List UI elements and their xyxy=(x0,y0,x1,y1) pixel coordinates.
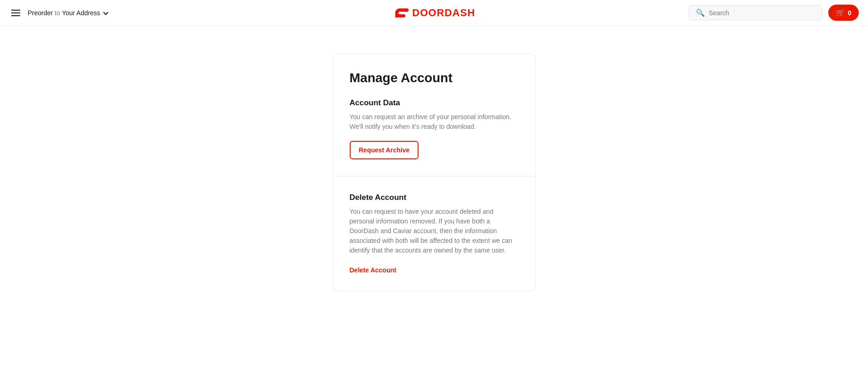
preorder-address-selector[interactable]: Preorder to Your Address xyxy=(28,9,108,17)
account-data-heading: Account Data xyxy=(350,98,519,108)
main-content: Manage Account Account Data You can requ… xyxy=(0,26,868,319)
doordash-logo[interactable]: DOORDASH xyxy=(393,7,475,19)
manage-account-card: Manage Account Account Data You can requ… xyxy=(333,54,536,291)
svg-point-1 xyxy=(405,9,407,12)
request-archive-button[interactable]: Request Archive xyxy=(350,141,419,159)
delete-account-description: You can request to have your account del… xyxy=(350,207,519,255)
search-container[interactable]: 🔍 xyxy=(689,5,823,20)
delete-account-link[interactable]: Delete Account xyxy=(350,266,396,274)
search-icon: 🔍 xyxy=(696,8,705,17)
account-data-description: You can request an archive of your perso… xyxy=(350,112,519,132)
preorder-prefix: Preorder xyxy=(28,9,53,17)
chevron-down-icon xyxy=(103,10,108,15)
doordash-logo-icon xyxy=(393,7,409,18)
cart-count: 0 xyxy=(848,9,851,17)
doordash-logo-text: DOORDASH xyxy=(412,7,475,19)
hamburger-icon[interactable] xyxy=(9,8,22,18)
page-title: Manage Account xyxy=(350,71,519,85)
svg-point-0 xyxy=(396,15,398,17)
delete-account-section: Delete Account You can request to have y… xyxy=(333,176,535,291)
preorder-address-text: Your Address xyxy=(62,9,100,17)
navbar-right: 🔍 🛒 0 xyxy=(689,5,859,21)
search-input[interactable] xyxy=(709,9,816,17)
cart-button[interactable]: 🛒 0 xyxy=(828,5,859,21)
page-title-section: Manage Account Account Data You can requ… xyxy=(333,54,535,176)
preorder-to: to xyxy=(55,9,60,17)
navbar-left: Preorder to Your Address xyxy=(9,8,108,18)
navbar-center: DOORDASH xyxy=(393,7,475,19)
cart-icon: 🛒 xyxy=(836,8,845,17)
navbar: Preorder to Your Address DOORDASH 🔍 🛒 0 xyxy=(0,0,868,26)
delete-account-heading: Delete Account xyxy=(350,193,519,202)
